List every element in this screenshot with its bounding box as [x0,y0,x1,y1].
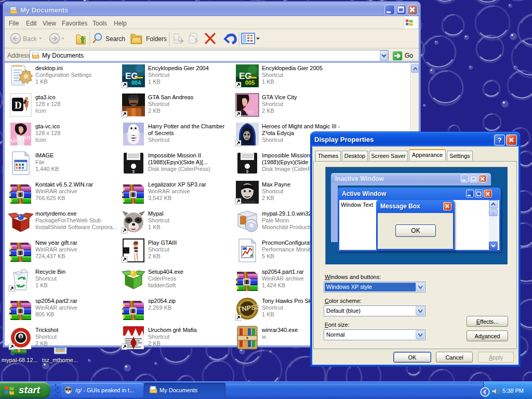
svg-text:9: 9 [20,334,22,339]
svg-text:005: 005 [245,79,255,86]
svg-text:D: D [15,100,22,111]
svg-text:004: 004 [131,79,141,86]
